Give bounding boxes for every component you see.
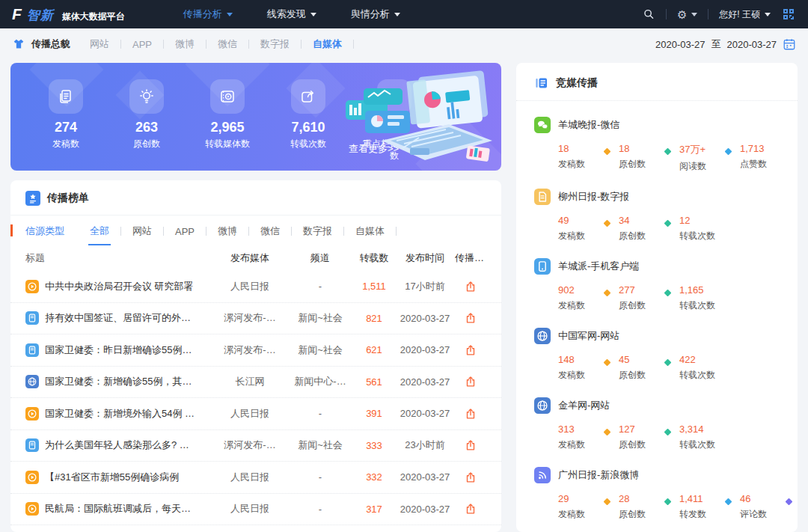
divider (206, 40, 206, 49)
stat: 3,314转载次数 (679, 424, 723, 451)
tab-subnav[interactable]: 自媒体 (313, 37, 342, 51)
ranking-icon (25, 191, 40, 206)
diamond-separator-icon (664, 359, 672, 367)
spread-analysis-icon[interactable] (464, 343, 477, 357)
search-icon[interactable] (642, 7, 655, 21)
article-title[interactable]: 国家卫健委：新增确诊55例，其… (45, 375, 192, 388)
stat-label: 原创数 (619, 508, 662, 521)
article-title[interactable]: 为什么美国年轻人感染那么多? … (45, 438, 189, 452)
channel: - (287, 504, 353, 515)
col-channel: 频道 (287, 251, 353, 265)
competitors-list: 羊城晚报-微信 18发稿数18原创数37万+阅读数1,713点赞数 柳州日报-数… (516, 117, 798, 521)
app-icon (25, 311, 39, 325)
tab-ranking[interactable]: 数字报 (303, 224, 332, 238)
table-row[interactable]: 民航局：国际航班调减后，每天… 人民日报 - 317 2020-03-27 (10, 494, 501, 526)
divider (206, 227, 206, 236)
article-title[interactable]: 民航局：国际航班调减后，每天… (45, 502, 191, 516)
competitors-card: 竞媒传播 羊城晚报-微信 18发稿数18原创数37万+阅读数1,713点赞数 柳… (516, 63, 798, 532)
competitor-item: 中国军网-网站 148发稿数45原创数422转载次数 (516, 328, 798, 382)
spread-analysis-icon[interactable] (464, 311, 477, 325)
stat-value: 902 (558, 284, 602, 296)
table-row[interactable]: 为什么美国年轻人感染那么多? … 漯河发布-… 新闻~社会 333 23小时前 (10, 430, 501, 462)
diamond-separator-icon (725, 498, 732, 506)
table-row[interactable]: 中共中央政治局召开会议 研究部署 人民日报 - 1,511 17小时前 (10, 271, 501, 303)
spread-analysis-icon[interactable] (464, 471, 477, 484)
spread-analysis-icon[interactable] (464, 502, 477, 516)
tab-subnav[interactable]: 微博 (175, 37, 195, 51)
publish-time: 23小时前 (395, 438, 455, 452)
stat: 45原创数 (619, 354, 662, 382)
main-nav: 传播分析线索发现舆情分析 (183, 7, 400, 21)
source-type-label[interactable]: 信源类型 (25, 224, 64, 238)
spread-analysis-icon[interactable] (464, 438, 477, 452)
table-row[interactable]: 持有效中国签证、居留许可的外… 漯河发布-… 新闻~社会 821 2020-03… (10, 303, 501, 335)
subnav-item-overview[interactable]: 传播总貌 (12, 37, 70, 51)
table-row[interactable]: 【#31省区市新增55例确诊病例 人民日报 - 332 2020-03-27 (10, 462, 501, 494)
col-time: 发布时间 (395, 251, 455, 265)
article-title[interactable]: 中共中央政治局召开会议 研究部署 (45, 280, 194, 293)
stat: 277原创数 (619, 284, 662, 312)
repost-count: 317 (353, 504, 395, 515)
tab-subnav[interactable]: 网站 (90, 37, 109, 51)
divider (163, 40, 164, 49)
stat: 46评论数 (740, 493, 783, 521)
tab-ranking[interactable]: 全部 (90, 224, 109, 238)
overview-label: 传播总貌 (31, 37, 70, 51)
col-media: 发布媒体 (212, 251, 287, 265)
stat-value: 1,713 (740, 143, 783, 154)
settings-button[interactable]: ⚙ (677, 9, 697, 20)
stat-label: 转载次数 (679, 369, 723, 382)
article-title[interactable]: 持有效中国签证、居留许可的外… (45, 311, 191, 325)
subnav-tabs: 网站APP微博微信数字报自媒体 (90, 37, 365, 51)
diamond-separator-icon (604, 498, 611, 506)
publish-media: 漯河发布-… (212, 438, 287, 452)
stat: 49发稿数 (558, 215, 602, 242)
tab-subnav[interactable]: 微信 (218, 37, 237, 51)
tab-ranking[interactable]: 微信 (260, 224, 280, 238)
article-title[interactable]: 国家卫健委：昨日新增确诊55例… (45, 343, 192, 357)
nav-menu[interactable]: 线索发现 (267, 7, 316, 21)
tab-subnav[interactable]: APP (132, 39, 152, 50)
share-icon (291, 79, 325, 114)
app-icon (25, 343, 39, 357)
nav-menu[interactable]: 舆情分析 (351, 7, 400, 21)
article-title[interactable]: 国家卫健委：新增境外输入54例 … (45, 407, 195, 421)
stat-label: 转载次数 (679, 299, 723, 312)
table-row[interactable]: 国家卫健委：昨日新增确诊55例… 漯河发布-… 新闻~社会 621 2020-0… (10, 334, 501, 367)
date-to: 2020-03-27 (727, 39, 777, 50)
banner-stat-label: 转载媒体数 (201, 138, 254, 150)
date-range-picker[interactable]: 2020-03-27 至 2020-03-27 (655, 37, 796, 51)
channel: 新闻~社会 (287, 438, 353, 452)
stat: 12转载次数 (679, 215, 723, 242)
spread-analysis-icon[interactable] (464, 280, 477, 293)
tab-ranking[interactable]: APP (175, 226, 195, 237)
user-menu[interactable]: 您好! 王硕 (719, 8, 771, 21)
chevron-down-icon (227, 13, 233, 16)
divider (708, 9, 708, 19)
nav-menu[interactable]: 传播分析 (183, 7, 233, 21)
stat-label: 发稿数 (558, 508, 602, 521)
tab-ranking[interactable]: 微博 (218, 224, 237, 238)
channel: - (287, 471, 353, 483)
table-row[interactable]: 国家卫健委：新增境外输入54例 … 人民日报 - 391 2020-03-27 (10, 398, 501, 430)
publish-time: 2020-03-27 (395, 376, 455, 388)
competitor-item: 羊城晚报-微信 18发稿数18原创数37万+阅读数1,713点赞数 (516, 117, 798, 173)
spread-analysis-icon[interactable] (464, 407, 477, 421)
stat-value: 277 (619, 284, 662, 296)
tab-ranking[interactable]: 自媒体 (355, 224, 385, 238)
spread-analysis-icon[interactable] (464, 375, 477, 388)
tab-ranking[interactable]: 网站 (132, 224, 152, 238)
article-title[interactable]: 【#31省区市新增55例确诊病例 (45, 471, 179, 484)
banner-stat: 274发稿数 (39, 79, 93, 162)
calendar-icon[interactable] (783, 37, 796, 51)
greeting-text: 您好! 王硕 (719, 8, 760, 21)
tab-subnav[interactable]: 数字报 (260, 37, 290, 51)
divider (666, 9, 667, 19)
table-row[interactable]: 国家卫健委：新增确诊55例，其… 长江网 新闻中心-… 561 2020-03-… (10, 367, 501, 399)
repost-count: 621 (353, 344, 395, 355)
publish-media: 长江网 (212, 375, 287, 388)
stat-label: 发稿数 (558, 299, 602, 312)
nav-menu-label: 线索发现 (267, 7, 306, 21)
qr-code-icon[interactable] (781, 7, 796, 22)
logo[interactable]: F 智新 媒体大数据平台 (12, 5, 125, 24)
